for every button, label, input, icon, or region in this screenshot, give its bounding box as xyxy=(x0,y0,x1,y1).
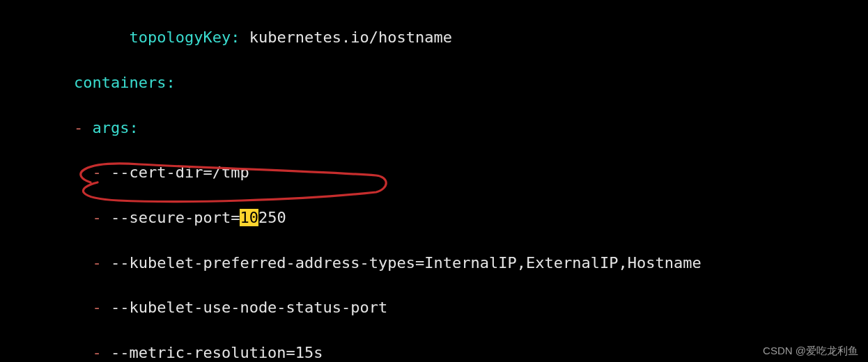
search-highlight: 10 xyxy=(240,209,258,226)
yaml-value: --kubelet-use-node-status-port xyxy=(111,299,387,316)
yaml-value: --kubelet-preferred-address-types=Intern… xyxy=(111,254,702,272)
code-line: - --kubelet-preferred-address-types=Inte… xyxy=(0,252,868,274)
code-line: - args: xyxy=(0,117,868,139)
watermark: CSDN @爱吃龙利鱼 xyxy=(763,345,858,358)
yaml-value: --metric-resolution=15s xyxy=(111,344,323,361)
yaml-key: containers xyxy=(74,74,166,91)
code-line: containers: xyxy=(0,72,868,94)
code-line: - --kubelet-use-node-status-port xyxy=(0,297,868,319)
code-area[interactable]: topologyKey: kubernetes.io/hostname cont… xyxy=(0,0,868,362)
yaml-value: kubernetes.io/hostname xyxy=(249,29,452,46)
yaml-value: --cert-dir=/tmp xyxy=(111,164,249,181)
yaml-key: args xyxy=(92,119,129,136)
yaml-value: --secure-port= xyxy=(111,209,240,226)
yaml-key: topologyKey xyxy=(129,29,231,46)
code-line: - --secure-port=10250 xyxy=(0,207,868,229)
code-line: - --metric-resolution=15s xyxy=(0,342,868,362)
code-line: - --cert-dir=/tmp xyxy=(0,162,868,184)
code-line: topologyKey: kubernetes.io/hostname xyxy=(0,26,868,49)
